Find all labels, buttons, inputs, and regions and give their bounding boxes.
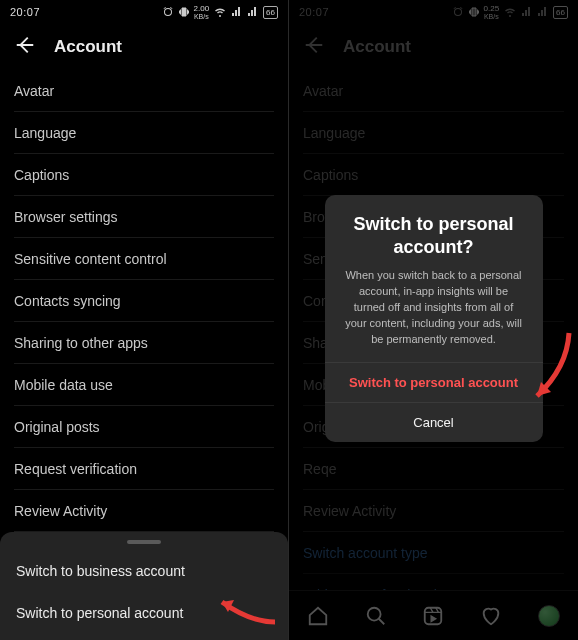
row-browser-settings[interactable]: Browser settings bbox=[14, 196, 274, 238]
confirm-dialog: Switch to personal account? When you swi… bbox=[325, 195, 543, 442]
bottom-sheet: Switch to business account Switch to per… bbox=[0, 532, 288, 640]
row-review-activity[interactable]: Review Activity bbox=[14, 490, 274, 532]
network-speed: 2.00KB/s bbox=[194, 5, 210, 20]
back-icon[interactable] bbox=[14, 34, 36, 60]
sheet-handle[interactable] bbox=[127, 540, 161, 544]
row-mobile-data[interactable]: Mobile data use bbox=[14, 364, 274, 406]
row-contacts-syncing[interactable]: Contacts syncing bbox=[14, 280, 274, 322]
row-language[interactable]: Language bbox=[14, 112, 274, 154]
dialog-body: When you switch back to a personal accou… bbox=[325, 268, 543, 362]
row-original-posts[interactable]: Original posts bbox=[14, 406, 274, 448]
dialog-title: Switch to personal account? bbox=[325, 195, 543, 268]
dialog-cancel-button[interactable]: Cancel bbox=[325, 402, 543, 442]
phone-screen-right: 20:07 0.25KB/s 66 Account Avatar Languag… bbox=[289, 0, 578, 640]
row-avatar[interactable]: Avatar bbox=[14, 70, 274, 112]
settings-list: Avatar Language Captions Browser setting… bbox=[0, 70, 288, 532]
signal-icon-2 bbox=[247, 6, 259, 18]
row-sharing[interactable]: Sharing to other apps bbox=[14, 322, 274, 364]
page-title: Account bbox=[54, 37, 122, 57]
status-bar: 20:07 2.00KB/s 66 bbox=[0, 0, 288, 24]
row-captions[interactable]: Captions bbox=[14, 154, 274, 196]
battery-indicator: 66 bbox=[263, 6, 278, 19]
vibrate-icon bbox=[178, 6, 190, 18]
row-request-verification[interactable]: Request verification bbox=[14, 448, 274, 490]
alarm-icon bbox=[162, 6, 174, 18]
app-header: Account bbox=[0, 24, 288, 70]
sheet-switch-business[interactable]: Switch to business account bbox=[0, 550, 288, 592]
wifi-icon bbox=[213, 6, 227, 18]
signal-icon-1 bbox=[231, 6, 243, 18]
status-time: 20:07 bbox=[10, 6, 40, 18]
sheet-switch-personal[interactable]: Switch to personal account bbox=[0, 592, 288, 634]
row-sensitive-content[interactable]: Sensitive content control bbox=[14, 238, 274, 280]
dialog-confirm-button[interactable]: Switch to personal account bbox=[325, 362, 543, 402]
phone-screen-left: 20:07 2.00KB/s 66 Account Avatar Languag… bbox=[0, 0, 289, 640]
